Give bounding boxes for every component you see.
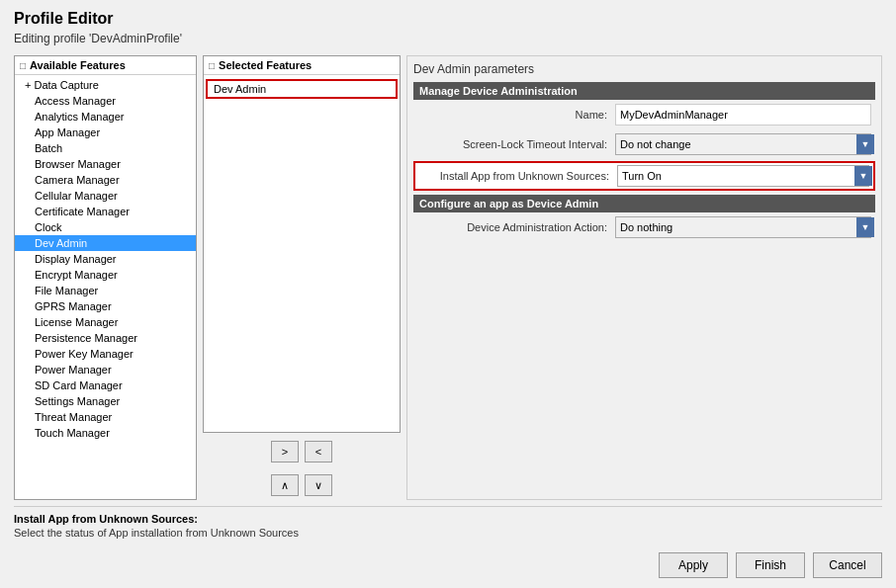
list-item[interactable]: File Manager	[15, 283, 196, 298]
add-button[interactable]: >	[271, 441, 299, 462]
install-app-select[interactable]: Turn On ▼	[617, 165, 869, 187]
expand-icon[interactable]: □	[20, 60, 26, 71]
device-admin-value: Do nothing	[616, 221, 856, 233]
parameters-panel: Dev Admin parameters Manage Device Admin…	[406, 55, 882, 500]
selected-list: Dev Admin	[204, 75, 400, 432]
device-admin-row: Device Administration Action: Do nothing…	[413, 214, 875, 240]
install-app-dropdown-arrow[interactable]: ▼	[854, 166, 872, 186]
selected-item-dev-admin[interactable]: Dev Admin	[206, 79, 398, 99]
screen-lock-select[interactable]: Do not change ▼	[615, 133, 871, 155]
manage-section-header: Manage Device Administration	[413, 82, 875, 100]
install-app-value: Turn On	[618, 170, 854, 182]
list-item[interactable]: Camera Manager	[15, 172, 196, 188]
list-item[interactable]: Batch	[15, 140, 196, 156]
selected-features-panel: □ Selected Features Dev Admin	[203, 55, 401, 433]
list-item[interactable]: Power Manager	[15, 362, 196, 378]
name-label: Name:	[417, 109, 615, 121]
list-item[interactable]: Display Manager	[15, 251, 196, 267]
list-item[interactable]: Browser Manager	[15, 156, 196, 172]
updown-buttons: ∧ ∨	[203, 470, 401, 500]
screen-lock-value: Do not change	[616, 138, 856, 150]
expand-icon-selected: □	[209, 60, 215, 71]
move-up-button[interactable]: ∧	[271, 474, 299, 496]
selected-features-header: □ Selected Features	[204, 56, 400, 75]
dialog-subtitle: Editing profile 'DevAdminProfile'	[14, 32, 882, 45]
list-item[interactable]: Analytics Manager	[15, 109, 196, 125]
name-input[interactable]	[615, 104, 871, 126]
list-item[interactable]: Access Manager	[15, 93, 196, 109]
selected-features-label: Selected Features	[219, 59, 312, 71]
bottom-section: Install App from Unknown Sources: Select…	[14, 506, 882, 539]
list-item[interactable]: GPRS Manager	[15, 298, 196, 314]
plus-icon: +	[25, 79, 31, 91]
list-item-dev-admin[interactable]: Dev Admin	[15, 235, 196, 251]
available-features-label: Available Features	[30, 59, 126, 71]
list-item[interactable]: Clock	[15, 219, 196, 235]
screen-lock-row: Screen-Lock Timeout Interval: Do not cha…	[413, 131, 875, 157]
screen-lock-label: Screen-Lock Timeout Interval:	[417, 138, 615, 150]
list-item[interactable]: Settings Manager	[15, 393, 196, 409]
dialog-buttons: Apply Finish Cancel	[14, 546, 882, 578]
available-features-header: □ Available Features	[15, 56, 196, 75]
list-item[interactable]: SD Card Manager	[15, 378, 196, 393]
name-row: Name:	[413, 102, 875, 127]
help-body: Select the status of App installation fr…	[14, 527, 882, 539]
list-item[interactable]: + Data Capture	[15, 77, 196, 93]
list-item[interactable]: Certificate Manager	[15, 204, 196, 219]
move-down-button[interactable]: ∨	[305, 474, 332, 496]
install-app-row: Install App from Unknown Sources: Turn O…	[413, 161, 875, 191]
middle-section: □ Selected Features Dev Admin > < ∧ ∨	[203, 55, 401, 500]
list-item[interactable]: License Manager	[15, 314, 196, 330]
dialog-title: Profile Editor	[14, 10, 882, 28]
install-app-label: Install App from Unknown Sources:	[419, 170, 617, 182]
params-title: Dev Admin parameters	[413, 62, 875, 76]
list-item[interactable]: Threat Manager	[15, 409, 196, 425]
help-title: Install App from Unknown Sources:	[14, 513, 882, 525]
list-item[interactable]: Power Key Manager	[15, 346, 196, 362]
device-admin-label: Device Administration Action:	[417, 221, 615, 233]
list-item[interactable]: App Manager	[15, 125, 196, 140]
screen-lock-dropdown-arrow[interactable]: ▼	[856, 134, 874, 154]
feature-list: + Data Capture Access Manager Analytics …	[15, 75, 196, 499]
main-content: □ Available Features + Data Capture Acce…	[14, 55, 882, 500]
finish-button[interactable]: Finish	[736, 552, 805, 578]
device-admin-select[interactable]: Do nothing ▼	[615, 216, 871, 238]
list-item[interactable]: Touch Manager	[15, 425, 196, 441]
apply-button[interactable]: Apply	[659, 552, 728, 578]
configure-section-header: Configure an app as Device Admin	[413, 195, 875, 212]
profile-editor-dialog: Profile Editor Editing profile 'DevAdmin…	[0, 0, 896, 588]
list-item[interactable]: Encrypt Manager	[15, 267, 196, 283]
cancel-button[interactable]: Cancel	[813, 552, 882, 578]
available-features-panel: □ Available Features + Data Capture Acce…	[14, 55, 197, 500]
transfer-buttons: > <	[203, 437, 401, 466]
remove-button[interactable]: <	[305, 441, 332, 462]
list-item[interactable]: Persistence Manager	[15, 330, 196, 346]
list-item[interactable]: Cellular Manager	[15, 188, 196, 204]
device-admin-dropdown-arrow[interactable]: ▼	[856, 217, 874, 237]
